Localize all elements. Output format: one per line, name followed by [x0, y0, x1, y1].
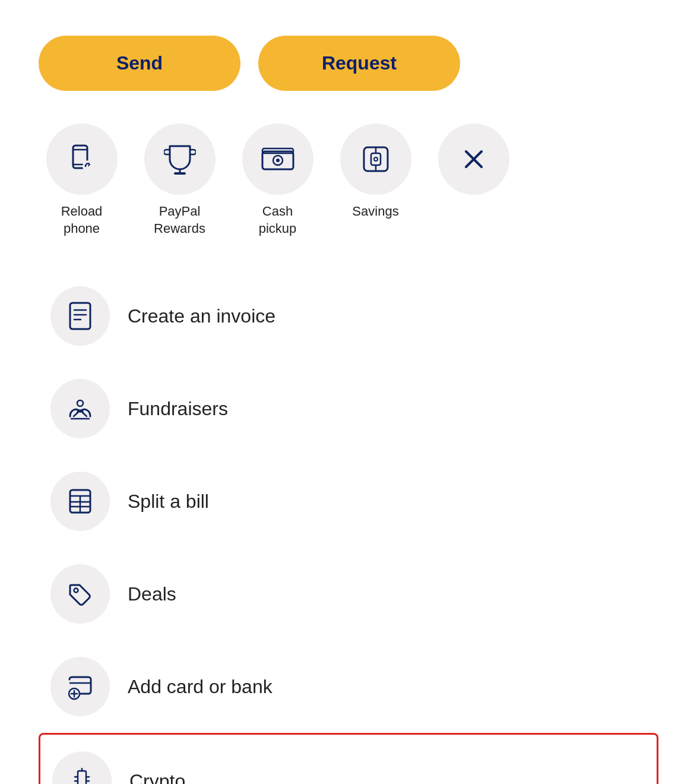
- quick-actions-row: Reloadphone PayPalRewards: [39, 124, 658, 237]
- quick-action-close[interactable]: [430, 124, 517, 203]
- reload-phone-icon: [66, 143, 98, 175]
- svg-rect-33: [78, 771, 86, 784]
- deals-icon-circle: [50, 564, 110, 624]
- svg-point-3: [83, 160, 94, 172]
- quick-action-reload-phone[interactable]: Reloadphone: [39, 124, 125, 237]
- fundraisers-icon-circle: [50, 379, 110, 438]
- list-item-split-bill[interactable]: Split a bill: [39, 455, 658, 548]
- savings-icon-circle: [340, 124, 411, 195]
- reload-phone-label: Reloadphone: [61, 203, 103, 237]
- svg-rect-11: [371, 153, 381, 165]
- quick-action-paypal-rewards[interactable]: PayPalRewards: [137, 124, 223, 237]
- close-icon: [460, 146, 487, 173]
- request-button[interactable]: Request: [258, 36, 460, 91]
- savings-icon: [360, 144, 391, 175]
- svg-point-8: [276, 159, 280, 162]
- add-card-icon-circle: [50, 657, 110, 716]
- fundraisers-icon: [65, 394, 95, 423]
- split-bill-icon: [65, 486, 95, 516]
- list-item-add-card-bank[interactable]: Add card or bank: [39, 640, 658, 733]
- send-button[interactable]: Send: [39, 36, 240, 91]
- deals-label: Deals: [128, 583, 176, 605]
- svg-rect-5: [174, 172, 186, 175]
- reload-phone-icon-circle: [46, 124, 118, 195]
- add-card-icon: [65, 671, 96, 702]
- list-item-fundraisers[interactable]: Fundraisers: [39, 362, 658, 455]
- savings-label: Savings: [352, 203, 398, 220]
- svg-rect-17: [70, 303, 90, 329]
- svg-point-27: [74, 589, 78, 593]
- split-bill-icon-circle: [50, 472, 110, 531]
- list-section: Create an invoice Fundraisers: [39, 270, 658, 784]
- svg-point-21: [77, 400, 83, 406]
- svg-point-12: [374, 157, 378, 161]
- split-bill-label: Split a bill: [128, 491, 209, 513]
- close-icon-circle: [438, 124, 509, 195]
- add-card-bank-label: Add card or bank: [128, 676, 273, 698]
- invoice-icon-circle: [50, 286, 110, 346]
- action-buttons-row: Send Request: [39, 36, 658, 91]
- list-item-crypto[interactable]: Crypto: [39, 733, 658, 784]
- list-item-create-invoice[interactable]: Create an invoice: [39, 270, 658, 362]
- crypto-label: Crypto: [129, 770, 185, 784]
- quick-action-savings[interactable]: Savings: [332, 124, 419, 220]
- cash-pickup-icon: [261, 146, 295, 173]
- crypto-icon: [67, 766, 97, 784]
- quick-action-cash-pickup[interactable]: Cashpickup: [235, 124, 321, 237]
- paypal-rewards-label: PayPalRewards: [154, 203, 205, 237]
- trophy-icon: [164, 143, 196, 176]
- create-invoice-label: Create an invoice: [128, 305, 275, 327]
- fundraisers-label: Fundraisers: [128, 398, 228, 420]
- invoice-icon: [66, 301, 94, 331]
- paypal-rewards-icon-circle: [144, 124, 216, 195]
- cash-pickup-label: Cashpickup: [259, 203, 297, 237]
- list-item-deals[interactable]: Deals: [39, 548, 658, 640]
- main-container: Send Request Reloadphone: [0, 0, 697, 784]
- deals-icon: [65, 579, 95, 609]
- cash-pickup-icon-circle: [242, 124, 313, 195]
- crypto-icon-circle: [52, 751, 112, 784]
